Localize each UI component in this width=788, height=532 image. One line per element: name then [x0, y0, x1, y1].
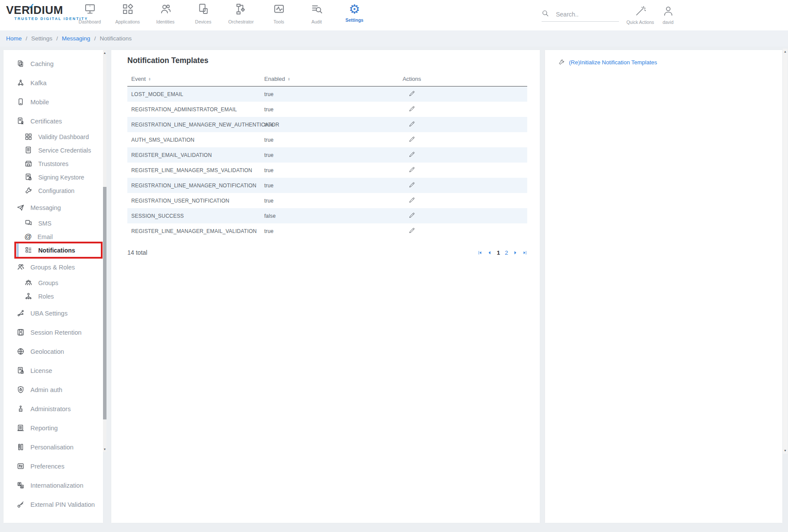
pagination-page-2[interactable]: 2: [505, 249, 508, 256]
sidebar-item-administrators[interactable]: Administrators: [3, 400, 103, 418]
magic-wand-icon: [635, 11, 646, 18]
sidebar-item-personalisation[interactable]: Personalisation: [3, 438, 103, 456]
sidebar-item-label: UBA Settings: [30, 310, 67, 317]
sidebar-scroll-up-icon[interactable]: ▲: [103, 51, 106, 55]
event-cell: REGISTRATION_USER_NOTIFICATION: [127, 198, 260, 204]
column-header-event[interactable]: Event▲▼: [127, 76, 260, 82]
edit-button[interactable]: [409, 105, 416, 113]
sidebar-item-label: Certificates: [30, 118, 62, 125]
edit-button[interactable]: [409, 196, 416, 205]
nav-item-label: Orchestrator: [222, 19, 260, 24]
sidebar-item-caching[interactable]: Caching: [3, 55, 103, 73]
sidebar-item-uba-settings[interactable]: UBA Settings: [3, 304, 103, 322]
breadcrumb-separator: /: [26, 35, 27, 42]
sidebar-scrollbar-thumb[interactable]: [103, 187, 106, 419]
pagination-next-button[interactable]: [513, 250, 518, 255]
breadcrumb-messaging[interactable]: Messaging: [62, 35, 90, 42]
sidebar-item-session-retention[interactable]: Session Retention: [3, 323, 103, 341]
nav-item-dashboard[interactable]: Dashboard: [71, 3, 109, 24]
nav-item-label: Identities: [146, 19, 184, 24]
user-icon: [662, 11, 674, 18]
table-row: REGISTRATION_USER_NOTIFICATIONtrue: [127, 193, 527, 208]
pagination-first-button[interactable]: [478, 250, 482, 255]
column-header-label: Event: [131, 76, 146, 82]
pagination-page-1[interactable]: 1: [497, 249, 500, 256]
edit-button[interactable]: [409, 166, 416, 174]
top-navigation: DashboardApplicationsIdentitiesDevicesOr…: [71, 3, 373, 24]
sidebar-item-external-pin-validation[interactable]: External PIN Validation: [3, 495, 103, 513]
service-credentials-icon: [24, 146, 33, 154]
nav-item-audit[interactable]: Audit: [298, 3, 336, 24]
main-content-panel: Notification Templates Event▲▼Enabled▲▼A…: [111, 50, 540, 523]
search-input[interactable]: [556, 11, 612, 18]
sidebar-item-reporting[interactable]: Reporting: [3, 419, 103, 437]
sidebar-item-configuration[interactable]: Configuration: [3, 184, 103, 197]
nav-item-identities[interactable]: Identities: [146, 3, 184, 24]
column-header-actions: Actions: [393, 76, 430, 82]
column-header-enabled[interactable]: Enabled▲▼: [260, 76, 393, 82]
sidebar-item-messaging[interactable]: Messaging: [3, 199, 103, 216]
audit-icon: [310, 3, 323, 16]
sidebar-item-validity-dashboard[interactable]: Validity Dashboard: [3, 130, 103, 143]
edit-button[interactable]: [409, 120, 416, 129]
uba-settings-icon: [17, 309, 25, 317]
edit-button[interactable]: [409, 90, 416, 98]
sidebar-item-certificates[interactable]: Certificates: [3, 112, 103, 130]
sidebar-item-sms[interactable]: SMS: [3, 216, 103, 230]
nav-item-settings[interactable]: ⚙Settings: [336, 3, 373, 24]
logo-check-icon: ✓: [28, 0, 35, 13]
edit-button[interactable]: [409, 227, 416, 235]
sidebar-item-internationalization[interactable]: Internationalization: [3, 476, 103, 494]
sidebar-item-label: Kafka: [30, 80, 47, 86]
sidebar-item-license[interactable]: License: [3, 362, 103, 379]
sidebar-item-groups[interactable]: Groups: [3, 276, 103, 289]
pagination: 12: [473, 249, 527, 256]
settings-sidebar: CachingKafkaMobileCertificatesValidity D…: [3, 50, 103, 523]
sidebar-item-preferences[interactable]: Preferences: [3, 457, 103, 475]
page-scroll-down-icon[interactable]: ▼: [783, 449, 788, 453]
tools-icon: [273, 3, 286, 16]
quick-actions-button[interactable]: Quick Actions: [625, 5, 655, 25]
nav-item-tools[interactable]: Tools: [260, 3, 298, 24]
sidebar-item-notifications[interactable]: Notifications: [3, 243, 103, 257]
page-scrollbar-track[interactable]: [783, 49, 788, 454]
breadcrumb-home[interactable]: Home: [6, 35, 22, 42]
edit-button[interactable]: [409, 181, 416, 190]
sidebar-item-service-credentials[interactable]: Service Credentials: [3, 143, 103, 157]
sidebar-item-mobile[interactable]: Mobile: [3, 93, 103, 111]
sidebar-item-signing-keystore[interactable]: Signing Keystore: [3, 170, 103, 184]
page-scroll-up-icon[interactable]: ▲: [783, 50, 788, 54]
table-header-row: Event▲▼Enabled▲▼Actions: [127, 76, 527, 86]
nav-item-orchestrator[interactable]: Orchestrator: [222, 3, 260, 24]
user-menu-button[interactable]: david: [657, 5, 679, 25]
event-cell: REGISTER_EMAIL_VALIDATION: [127, 152, 260, 158]
sidebar-item-roles[interactable]: Roles: [3, 289, 103, 303]
identities-icon: [159, 3, 172, 16]
table-row: REGISTRATION_LINE_MANAGER_NEW_AUTHENTICA…: [127, 117, 527, 132]
sidebar-item-label: Service Credentials: [38, 147, 91, 154]
mobile-icon: [17, 98, 25, 106]
sidebar-item-truststores[interactable]: Truststores: [3, 157, 103, 170]
sidebar-item-admin-auth[interactable]: Admin auth: [3, 381, 103, 399]
sidebar-item-groups-roles[interactable]: Groups & Roles: [3, 258, 103, 276]
sidebar-item-kafka[interactable]: Kafka: [3, 74, 103, 92]
edit-button[interactable]: [409, 212, 416, 220]
pencil-icon: [409, 107, 416, 113]
total-count: 14 total: [127, 249, 147, 256]
quick-actions-label: Quick Actions: [625, 20, 655, 25]
sidebar-scroll-down-icon[interactable]: ▼: [103, 447, 106, 452]
nav-item-devices[interactable]: Devices: [184, 3, 222, 24]
pagination-prev-button[interactable]: [487, 250, 492, 255]
reinitialize-templates-link[interactable]: (Re)Initialize Notification Templates: [569, 59, 657, 66]
nav-item-applications[interactable]: Applications: [109, 3, 146, 24]
edit-button[interactable]: [409, 136, 416, 144]
event-cell: REGISTRATION_ADMINISTRATOR_EMAIL: [127, 106, 260, 113]
administrators-icon: [17, 405, 25, 413]
breadcrumb-settings: Settings: [31, 35, 53, 42]
edit-button[interactable]: [409, 151, 416, 159]
sidebar-item-label: Signing Keystore: [38, 174, 84, 181]
sidebar-item-label: Administrators: [30, 406, 71, 412]
sidebar-item-geolocation[interactable]: Geolocation: [3, 342, 103, 360]
pagination-last-button[interactable]: [522, 250, 527, 255]
sidebar-item-label: SMS: [38, 220, 51, 227]
